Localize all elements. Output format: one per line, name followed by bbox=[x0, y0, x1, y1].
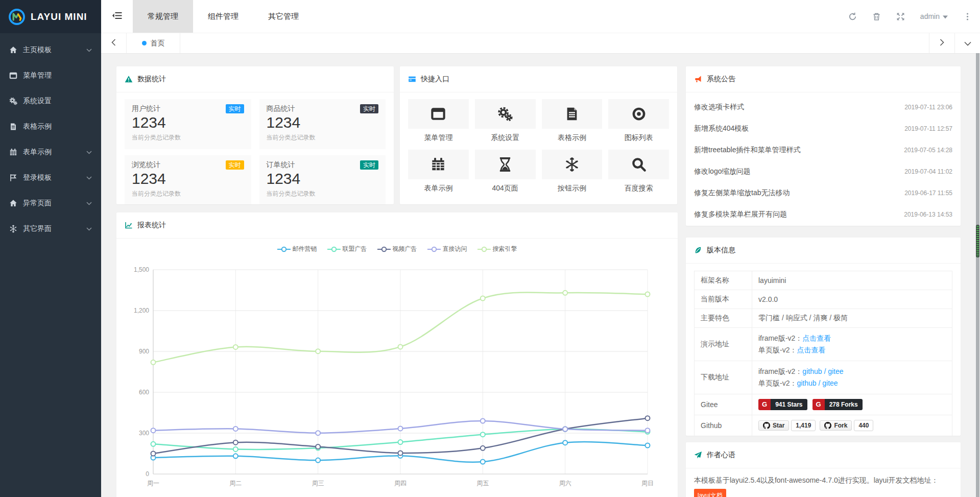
quick-entry-2[interactable]: 系统设置 bbox=[475, 99, 536, 143]
legend-item-4[interactable]: 直接访问 bbox=[427, 245, 467, 253]
quick-entry-7[interactable]: 按钮示例 bbox=[542, 150, 603, 193]
hourglass-icon bbox=[475, 150, 536, 179]
layui-doc-badge[interactable]: layui文档 bbox=[694, 489, 726, 497]
legend-item-2[interactable]: 联盟广告 bbox=[327, 245, 367, 253]
sidebar-item-7[interactable]: 异常页面 bbox=[0, 191, 101, 216]
logo[interactable]: LAYUI MINI bbox=[0, 0, 101, 33]
line-chart: 03006009001,2001,500周一周二周三周四周五周六周日 bbox=[116, 254, 661, 494]
quick-entry-3[interactable]: 表格示例 bbox=[542, 99, 603, 143]
announcement-row[interactable]: 修改logo缩放问题2019-07-04 11:02 bbox=[694, 161, 952, 182]
topbar: 常规管理组件管理其它管理 admin bbox=[101, 0, 980, 33]
user-menu[interactable]: admin bbox=[920, 12, 948, 20]
sidebar-item-label: 表格示例 bbox=[23, 122, 52, 131]
tab-menu-button[interactable] bbox=[954, 33, 980, 53]
chart-point-联盟广告 bbox=[233, 447, 238, 452]
quick-entry-6[interactable]: 404页面 bbox=[475, 150, 536, 193]
quick-entry-8[interactable]: 百度搜索 bbox=[608, 150, 669, 193]
sidebar-item-4[interactable]: 表格示例 bbox=[0, 114, 101, 139]
announcement-date: 2019-07-04 11:02 bbox=[904, 168, 952, 175]
chart-point-搜索引擎 bbox=[233, 345, 238, 349]
legend-item-1[interactable]: 邮件营销 bbox=[277, 245, 317, 253]
panel-title-text: 数据统计 bbox=[137, 75, 166, 84]
stat-card-value: 1234 bbox=[267, 114, 379, 131]
version-row-label: 下载地址 bbox=[695, 361, 752, 394]
sidebar-item-6[interactable]: 登录模板 bbox=[0, 165, 101, 191]
panel-quick-entry-title: 快捷入口 bbox=[400, 66, 677, 92]
announcement-text: 修改logo缩放问题 bbox=[694, 167, 750, 176]
version-row: 当前版本v2.0.0 bbox=[695, 290, 952, 309]
chart-point-联盟广告 bbox=[398, 440, 403, 444]
link-separator: / bbox=[817, 379, 823, 387]
refresh-icon[interactable] bbox=[848, 12, 857, 21]
trash-icon[interactable] bbox=[872, 12, 881, 21]
author-line1: 本模板基于layui2.5.4以及font-awesome-4.7.0进行实现。… bbox=[694, 476, 938, 484]
gitee-badge[interactable]: G278 Forks bbox=[812, 399, 863, 410]
download-link[interactable]: gitee bbox=[828, 367, 843, 375]
header-tab-2[interactable]: 组件管理 bbox=[193, 0, 253, 33]
stat-card-2: 商品统计实时1234当前分类总记录数 bbox=[259, 99, 386, 149]
version-row: GiteeG941 StarsG278 Forks bbox=[695, 394, 952, 415]
window-icon bbox=[9, 71, 18, 80]
quick-entry-label: 按钮示例 bbox=[542, 184, 603, 193]
collapse-sidebar-button[interactable] bbox=[101, 0, 133, 33]
stat-card-value: 1234 bbox=[132, 114, 244, 131]
github-star-button[interactable]: Star bbox=[758, 420, 789, 431]
more-vertical-icon[interactable] bbox=[963, 12, 972, 21]
quick-entry-label: 系统设置 bbox=[475, 133, 536, 143]
download-link[interactable]: github bbox=[797, 379, 816, 387]
sidebar: LAYUI MINI 主页模板菜单管理系统设置表格示例表单示例登录模板异常页面其… bbox=[0, 0, 101, 497]
announcement-row[interactable]: 新增系统404模板2019-07-11 12:57 bbox=[694, 118, 952, 139]
chevron-down-icon bbox=[86, 202, 92, 205]
chart-line-icon bbox=[125, 221, 133, 229]
tabbar-spacer bbox=[180, 33, 929, 53]
sidebar-item-1[interactable]: 主页模板 bbox=[0, 37, 101, 63]
tab-home[interactable]: 首页 bbox=[127, 33, 180, 53]
download-link[interactable]: github bbox=[802, 367, 822, 375]
github-count[interactable]: 440 bbox=[854, 420, 873, 431]
chevron-down-icon bbox=[86, 151, 92, 154]
github-fork-button[interactable]: Fork bbox=[820, 420, 852, 431]
quick-entry-4[interactable]: 图标列表 bbox=[608, 99, 669, 143]
tab-scroll-left-button[interactable] bbox=[101, 33, 127, 53]
fullscreen-icon[interactable] bbox=[896, 12, 905, 21]
legend-item-5[interactable]: 搜索引擎 bbox=[477, 245, 517, 253]
page-scrollbar-track[interactable] bbox=[976, 53, 979, 497]
legend-item-3[interactable]: 视频广告 bbox=[377, 245, 417, 253]
download-link[interactable]: gitee bbox=[822, 379, 838, 387]
announcement-row[interactable]: 新增treetable插件和菜单管理样式2019-07-05 14:28 bbox=[694, 139, 952, 161]
announcement-text: 新增treetable插件和菜单管理样式 bbox=[694, 146, 800, 155]
gitee-badge[interactable]: G941 Stars bbox=[758, 399, 807, 410]
stat-card-head: 用户统计实时 bbox=[132, 104, 244, 113]
quick-entry-label: 图标列表 bbox=[608, 133, 669, 143]
gitee-logo: G bbox=[812, 399, 825, 410]
sidebar-item-2[interactable]: 菜单管理 bbox=[0, 63, 101, 88]
chart-point-视频广告 bbox=[316, 444, 320, 449]
header-tab-1[interactable]: 常规管理 bbox=[133, 0, 193, 33]
chart-point-直接访问 bbox=[316, 431, 320, 435]
sidebar-item-8[interactable]: 其它界面 bbox=[0, 216, 101, 242]
announcement-row[interactable]: 修复左侧菜单缩放tab无法移动2019-06-17 11:55 bbox=[694, 182, 952, 204]
quick-entry-5[interactable]: 表单示例 bbox=[408, 150, 469, 193]
announcement-row[interactable]: 修改选项卡样式2019-07-11 23:06 bbox=[694, 97, 952, 118]
chart-point-直接访问 bbox=[481, 419, 485, 423]
sidebar-item-5[interactable]: 表单示例 bbox=[0, 139, 101, 165]
github-count[interactable]: 1,419 bbox=[791, 420, 816, 431]
stat-card-desc: 当前分类总记录数 bbox=[267, 133, 379, 142]
sidebar-item-3[interactable]: 系统设置 bbox=[0, 88, 101, 114]
page-scrollbar-thumb[interactable] bbox=[976, 225, 979, 257]
home-icon bbox=[9, 45, 18, 55]
version-link-line: iframe版-v2：github / gitee bbox=[758, 366, 946, 377]
version-row: 演示地址iframe版-v2：点击查看单页版-v2：点击查看 bbox=[695, 328, 952, 361]
demo-link[interactable]: 点击查看 bbox=[802, 334, 831, 342]
chart-point-搜索引擎 bbox=[398, 344, 403, 349]
quick-entry-1[interactable]: 菜单管理 bbox=[408, 99, 469, 143]
tab-scroll-right-button[interactable] bbox=[929, 33, 954, 53]
y-axis-tick: 1,500 bbox=[134, 266, 149, 273]
demo-link[interactable]: 点击查看 bbox=[797, 346, 825, 354]
announcement-row[interactable]: 修复多模块菜单栏展开有问题2019-06-13 14:53 bbox=[694, 204, 952, 225]
legend-marker bbox=[277, 246, 291, 252]
version-row-value: Star1,419Fork440 bbox=[752, 415, 952, 436]
header-tab-3[interactable]: 其它管理 bbox=[253, 0, 314, 33]
stat-card-title: 订单统计 bbox=[267, 160, 295, 170]
sidebar-item-label: 其它界面 bbox=[23, 224, 52, 233]
